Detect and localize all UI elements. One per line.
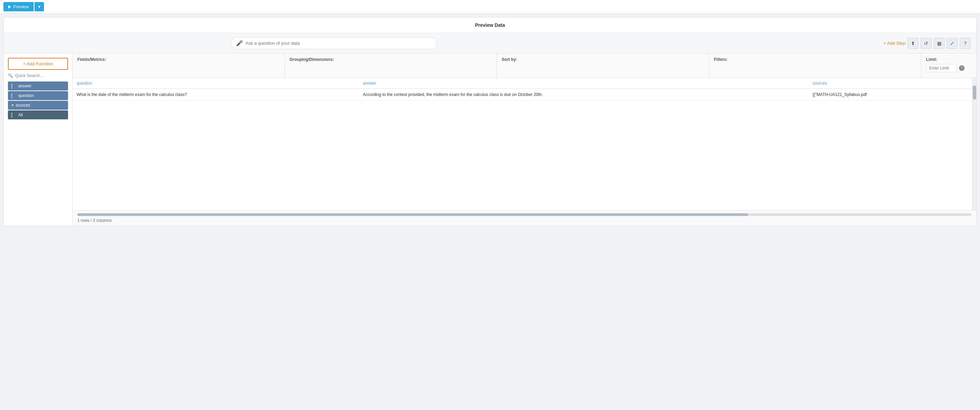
quick-search-label: Quick Search... (15, 73, 43, 78)
right-controls: + Add Step ⬆ ↺ ▦ ⤢ ? (883, 38, 971, 49)
upload-button[interactable]: ⬆ (907, 38, 918, 49)
chevron-down-icon: ▾ (38, 4, 41, 9)
column-header-answer: answer (359, 78, 808, 89)
vertical-scrollbar[interactable] (972, 78, 976, 210)
limit-section: Limit: ? (921, 54, 976, 78)
vertical-scrollbar-thumb (973, 86, 976, 99)
limit-input[interactable] (926, 64, 957, 72)
search-box: 🎤 (231, 37, 437, 49)
limit-help-icon[interactable]: ? (959, 65, 964, 71)
data-area-wrapper: question answer sources (73, 78, 976, 210)
sidebar-item-sources[interactable]: + sources (8, 101, 68, 110)
main-content: Preview Data 🎤 + Add Step ⬆ ↺ ▦ ⤢ ? (3, 17, 977, 226)
horizontal-scrollbar-thumb (77, 213, 748, 216)
grouping-dimensions-section: Grouping/Dimensions: (285, 54, 497, 78)
help-icon: ? (964, 41, 967, 46)
column-header-question: question (73, 78, 359, 89)
help-button[interactable]: ? (960, 38, 971, 49)
search-input[interactable] (246, 41, 432, 46)
table-container[interactable]: question answer sources (73, 78, 972, 210)
sort-by-section: Sort by: (497, 54, 709, 78)
preview-label: Preview (13, 4, 29, 9)
chart-icon: ▦ (937, 41, 942, 46)
horizontal-scrollbar-track[interactable] (77, 213, 971, 216)
dots-menu-icon (11, 112, 16, 117)
grouping-dimensions-label: Grouping/Dimensions: (290, 57, 492, 62)
sidebar-item-label: question (18, 93, 34, 98)
row-count-label: 1 rows / 3 columns (77, 218, 112, 223)
data-area: Fields/Metrics: Grouping/Dimensions: Sor… (73, 54, 976, 226)
query-builder: Fields/Metrics: Grouping/Dimensions: Sor… (73, 54, 976, 78)
upload-icon: ⬆ (911, 41, 915, 46)
ai-search-icon: 🎤 (236, 40, 243, 46)
sort-by-label: Sort by: (502, 57, 704, 62)
limit-label: Limit: (926, 57, 971, 62)
table-footer: 1 rows / 3 columns (73, 210, 976, 226)
preview-data-header: Preview Data (4, 18, 976, 33)
dots-menu-icon (11, 93, 16, 98)
sidebar: + Add Function 🔍 Quick Search... answer … (4, 54, 73, 226)
chart-button[interactable]: ▦ (934, 38, 945, 49)
sidebar-item-label: answer (18, 84, 32, 88)
dots-menu-icon (11, 84, 16, 88)
expand-button[interactable]: ⤢ (947, 38, 958, 49)
cell-sources: [{"MATH-UA121_Syllabus.pdf (808, 89, 972, 101)
body-layout: + Add Function 🔍 Quick Search... answer … (4, 54, 976, 226)
sidebar-item-all[interactable]: All (8, 110, 68, 120)
play-icon (8, 5, 11, 9)
plus-icon: + (11, 103, 14, 108)
filters-label: Filters: (714, 57, 916, 62)
controls-row: 🎤 + Add Step ⬆ ↺ ▦ ⤢ ? (4, 33, 976, 54)
sidebar-item-question[interactable]: question (8, 91, 68, 100)
fields-metrics-label: Fields/Metrics: (77, 57, 280, 62)
refresh-icon: ↺ (924, 41, 928, 46)
table-row: What is the date of the midterm exam for… (73, 89, 972, 101)
preview-data-title: Preview Data (475, 22, 505, 28)
refresh-button[interactable]: ↺ (921, 38, 932, 49)
sidebar-item-label: sources (16, 103, 30, 108)
add-step-button[interactable]: + Add Step (883, 41, 905, 46)
sidebar-item-label: All (18, 112, 23, 117)
search-icon: 🔍 (8, 73, 13, 78)
filters-section: Filters: (709, 54, 921, 78)
column-header-sources: sources (808, 78, 972, 89)
fields-metrics-section: Fields/Metrics: (73, 54, 285, 78)
expand-icon: ⤢ (950, 41, 954, 46)
top-toolbar: Preview ▾ (0, 0, 980, 14)
add-function-button[interactable]: + Add Function (8, 58, 68, 70)
limit-input-row: ? (926, 64, 971, 72)
preview-button[interactable]: Preview (3, 2, 34, 11)
preview-dropdown-button[interactable]: ▾ (34, 2, 44, 11)
data-table: question answer sources (73, 78, 972, 101)
cell-answer: According to the context provided, the m… (359, 89, 808, 101)
sidebar-item-answer[interactable]: answer (8, 81, 68, 91)
quick-search[interactable]: 🔍 Quick Search... (8, 73, 68, 78)
cell-question: What is the date of the midterm exam for… (73, 89, 359, 101)
